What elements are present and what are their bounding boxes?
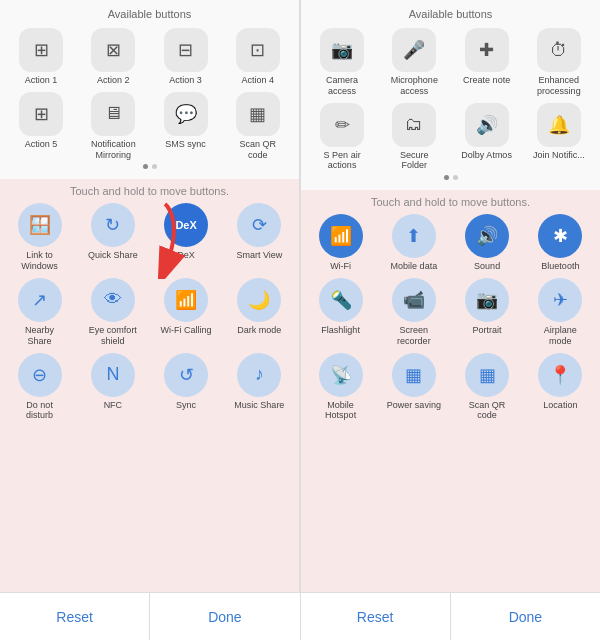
active-button[interactable]: ⬆ Mobile data	[380, 214, 447, 272]
active-button[interactable]: ⟳ Smart View	[226, 203, 293, 272]
available-button[interactable]: 📷 Camera access	[309, 28, 375, 97]
left-reset-button[interactable]: Reset	[0, 593, 149, 640]
active-button[interactable]: ▦ Scan QR code	[454, 353, 521, 422]
active-button[interactable]: ▦ Power saving	[380, 353, 447, 422]
available-button-label: Join Notific...	[533, 150, 585, 161]
available-button-icon: ⊟	[164, 28, 208, 72]
available-button-icon: ⊠	[91, 28, 135, 72]
available-button-label: Scan QR code	[230, 139, 285, 161]
available-button[interactable]: 🖥 Notification Mirroring	[80, 92, 146, 161]
available-button-icon: 🎤	[392, 28, 436, 72]
active-button[interactable]: ↗ Nearby Share	[6, 278, 73, 347]
active-button[interactable]: 🪟 Link to Windows	[6, 203, 73, 272]
right-footer: Reset Done	[301, 593, 601, 640]
active-button[interactable]: ↺ Sync	[153, 353, 220, 422]
active-button[interactable]: ♪ Music Share	[226, 353, 293, 422]
available-button-label: Notification Mirroring	[86, 139, 141, 161]
available-button-label: Dolby Atmos	[461, 150, 512, 161]
right-panel: Available buttons 📷 Camera access 🎤 Micr…	[301, 0, 600, 592]
available-button-label: Action 1	[25, 75, 58, 86]
right-dots	[307, 171, 594, 184]
active-button[interactable]: 🌙 Dark mode	[226, 278, 293, 347]
active-button[interactable]: 👁 Eye comfort shield	[79, 278, 146, 347]
available-button-label: Action 2	[97, 75, 130, 86]
active-button-icon: 👁	[91, 278, 135, 322]
available-button[interactable]: ✏ S Pen air actions	[309, 103, 375, 172]
right-available-title: Available buttons	[307, 8, 594, 20]
active-button[interactable]: 🔊 Sound	[454, 214, 521, 272]
right-done-button[interactable]: Done	[451, 593, 600, 640]
available-button-icon: ⊞	[19, 28, 63, 72]
available-button-icon: ⏱	[537, 28, 581, 72]
active-button-label: Nearby Share	[12, 325, 67, 347]
active-button[interactable]: 📷 Portrait	[454, 278, 521, 347]
left-available-title: Available buttons	[6, 8, 293, 20]
active-button-icon: 🪟	[18, 203, 62, 247]
available-button[interactable]: ✚ Create note	[454, 28, 520, 97]
left-available-grid: ⊞ Action 1 ⊠ Action 2 ⊟ Action 3 ⊡ Actio…	[6, 28, 293, 160]
active-button[interactable]: 📹 Screen recorder	[380, 278, 447, 347]
right-reset-button[interactable]: Reset	[301, 593, 450, 640]
active-button[interactable]: 📶 Wi-Fi Calling	[153, 278, 220, 347]
available-button[interactable]: ⊞ Action 1	[8, 28, 74, 86]
active-button[interactable]: 📡 Mobile Hotspot	[307, 353, 374, 422]
dot-2	[152, 164, 157, 169]
available-button[interactable]: 🗂 Secure Folder	[381, 103, 447, 172]
available-button[interactable]: 💬 SMS sync	[153, 92, 219, 161]
right-available-section: Available buttons 📷 Camera access 🎤 Micr…	[301, 0, 600, 190]
active-button-icon: ⬆	[392, 214, 436, 258]
active-button-label: Quick Share	[88, 250, 138, 261]
active-button[interactable]: ✱ Bluetooth	[527, 214, 594, 272]
available-button[interactable]: ⊡ Action 4	[225, 28, 291, 86]
dot-1	[143, 164, 148, 169]
active-button[interactable]: 📶 Wi-Fi	[307, 214, 374, 272]
active-button-icon: ⟳	[237, 203, 281, 247]
active-button-label: Airplane mode	[533, 325, 588, 347]
left-footer: Reset Done	[0, 593, 300, 640]
active-button[interactable]: ✈ Airplane mode	[527, 278, 594, 347]
active-button-label: Mobile Hotspot	[313, 400, 368, 422]
left-active-section: Touch and hold to move buttons. 🪟 Link t…	[0, 179, 299, 592]
active-button-label: Dark mode	[237, 325, 281, 336]
available-button[interactable]: 🎤 Microphone access	[381, 28, 447, 97]
available-button[interactable]: 🔔 Join Notific...	[526, 103, 592, 172]
active-button-icon: ↺	[164, 353, 208, 397]
active-button-label: Wi-Fi Calling	[161, 325, 212, 336]
available-button[interactable]: 🔊 Dolby Atmos	[454, 103, 520, 172]
available-button-icon: 📷	[320, 28, 364, 72]
active-button[interactable]: DeX DeX	[153, 203, 220, 272]
active-button[interactable]: ⊖ Do not disturb	[6, 353, 73, 422]
active-button-label: Power saving	[387, 400, 441, 411]
active-button-icon: DeX	[164, 203, 208, 247]
active-button[interactable]: ↻ Quick Share	[79, 203, 146, 272]
available-button[interactable]: ⊟ Action 3	[153, 28, 219, 86]
available-button-icon: ⊡	[236, 28, 280, 72]
available-button[interactable]: ⊞ Action 5	[8, 92, 74, 161]
active-button-label: Do not disturb	[12, 400, 67, 422]
active-button-label: Wi-Fi	[330, 261, 351, 272]
active-button-icon: 📷	[465, 278, 509, 322]
active-button[interactable]: 🔦 Flashlight	[307, 278, 374, 347]
active-button-icon: 📶	[164, 278, 208, 322]
left-done-button[interactable]: Done	[150, 593, 299, 640]
right-active-section: Touch and hold to move buttons. 📶 Wi-Fi …	[301, 190, 600, 592]
right-active-grid: 📶 Wi-Fi ⬆ Mobile data 🔊 Sound ✱ Bluetoot…	[307, 214, 594, 421]
active-button[interactable]: 📍 Location	[527, 353, 594, 422]
left-active-grid: 🪟 Link to Windows ↻ Quick Share DeX DeX …	[6, 203, 293, 421]
available-button[interactable]: ⊠ Action 2	[80, 28, 146, 86]
active-button-label: Eye comfort shield	[85, 325, 140, 347]
right-available-grid: 📷 Camera access 🎤 Microphone access ✚ Cr…	[307, 28, 594, 171]
active-button-icon: N	[91, 353, 135, 397]
available-button-label: Secure Folder	[387, 150, 442, 172]
available-button-icon: ⊞	[19, 92, 63, 136]
available-button[interactable]: ▦ Scan QR code	[225, 92, 291, 161]
available-button-icon: 💬	[164, 92, 208, 136]
available-button-icon: 🗂	[392, 103, 436, 147]
available-button-label: Action 5	[25, 139, 58, 150]
active-button-label: Scan QR code	[460, 400, 515, 422]
active-button-label: Screen recorder	[386, 325, 441, 347]
available-button-label: SMS sync	[165, 139, 206, 150]
active-button-label: Sync	[176, 400, 196, 411]
available-button[interactable]: ⏱ Enhanced processing	[526, 28, 592, 97]
active-button[interactable]: N NFC	[79, 353, 146, 422]
